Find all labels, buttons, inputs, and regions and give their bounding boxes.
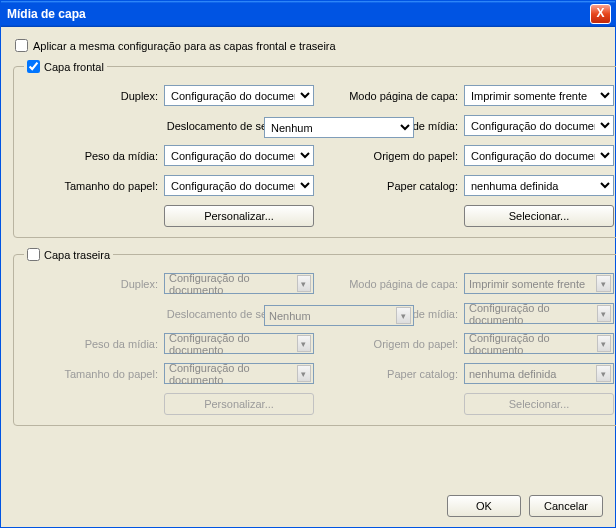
front-paper-catalog-select[interactable]: nenhuma definida xyxy=(464,175,614,196)
back-cover-group: Capa traseira Duplex: Configuração do do… xyxy=(13,248,616,426)
front-cover-legend[interactable]: Capa frontal xyxy=(24,60,107,73)
back-paper-source-label: Origem do papel: xyxy=(344,338,464,350)
front-duplex-label: Duplex: xyxy=(24,90,164,102)
back-select-button: Selecionar... xyxy=(464,393,614,415)
cancel-button[interactable]: Cancelar xyxy=(529,495,603,517)
titlebar: Mídia de capa X xyxy=(1,1,615,27)
apply-same-config-row[interactable]: Aplicar a mesma configuração para as cap… xyxy=(15,39,603,52)
front-page-mode-select[interactable]: Imprimir somente frente xyxy=(464,85,614,106)
front-paper-size-label: Tamanho do papel: xyxy=(24,180,164,192)
front-select-button[interactable]: Selecionar... xyxy=(464,205,614,227)
back-cover-legend-label: Capa traseira xyxy=(44,249,110,261)
back-paper-catalog-label: Paper catalog: xyxy=(344,368,464,380)
chevron-down-icon: ▾ xyxy=(597,305,611,322)
chevron-down-icon: ▾ xyxy=(597,335,611,352)
front-sep-offset-select[interactable]: Nenhum xyxy=(264,117,414,138)
front-duplex-select[interactable]: Configuração do documento xyxy=(164,85,314,106)
dialog-content: Aplicar a mesma configuração para as cap… xyxy=(1,27,615,487)
ok-button[interactable]: OK xyxy=(447,495,521,517)
front-paper-source-select[interactable]: Configuração do documento xyxy=(464,145,614,166)
back-media-weight-select: Configuração do documento▾ xyxy=(164,333,314,354)
back-paper-catalog-select: nenhuma definida▾ xyxy=(464,363,614,384)
back-cover-grid: Duplex: Configuração do documento▾ Modo … xyxy=(24,273,614,384)
back-media-type-select: Configuração do documento▾ xyxy=(464,303,614,324)
front-page-mode-label: Modo página de capa: xyxy=(344,90,464,102)
dialog-title: Mídia de capa xyxy=(7,7,590,21)
chevron-down-icon: ▾ xyxy=(396,307,411,324)
cover-media-dialog: Mídia de capa X Aplicar a mesma configur… xyxy=(0,0,616,528)
front-media-weight-label: Peso da mídia: xyxy=(24,150,164,162)
front-cover-legend-label: Capa frontal xyxy=(44,61,104,73)
dialog-footer: OK Cancelar xyxy=(1,487,615,527)
back-cover-checkbox[interactable] xyxy=(27,248,40,261)
front-media-type-select[interactable]: Configuração do documento xyxy=(464,115,614,136)
apply-same-config-checkbox[interactable] xyxy=(15,39,28,52)
back-media-weight-label: Peso da mídia: xyxy=(24,338,164,350)
back-duplex-select: Configuração do documento▾ xyxy=(164,273,314,294)
back-paper-size-select: Configuração do documento▾ xyxy=(164,363,314,384)
chevron-down-icon: ▾ xyxy=(596,275,611,292)
front-cover-checkbox[interactable] xyxy=(27,60,40,73)
front-button-row: Personalizar... Selecionar... xyxy=(24,205,614,227)
front-cover-group: Capa frontal Duplex: Configuração do doc… xyxy=(13,60,616,238)
chevron-down-icon: ▾ xyxy=(297,365,311,382)
back-paper-size-label: Tamanho do papel: xyxy=(24,368,164,380)
back-duplex-label: Duplex: xyxy=(24,278,164,290)
close-button[interactable]: X xyxy=(590,4,611,24)
back-paper-source-select: Configuração do documento▾ xyxy=(464,333,614,354)
front-media-weight-select[interactable]: Configuração do documento xyxy=(164,145,314,166)
front-paper-catalog-label: Paper catalog: xyxy=(344,180,464,192)
back-sep-offset-select: Nenhum▾ xyxy=(264,305,414,326)
back-cover-legend[interactable]: Capa traseira xyxy=(24,248,113,261)
front-cover-grid: Duplex: Configuração do documento Modo p… xyxy=(24,85,614,196)
front-paper-source-label: Origem do papel: xyxy=(344,150,464,162)
chevron-down-icon: ▾ xyxy=(596,365,611,382)
back-personalize-button: Personalizar... xyxy=(164,393,314,415)
close-icon: X xyxy=(596,6,604,20)
back-button-row: Personalizar... Selecionar... xyxy=(24,393,614,415)
chevron-down-icon: ▾ xyxy=(297,335,311,352)
front-paper-size-select[interactable]: Configuração do documento xyxy=(164,175,314,196)
back-page-mode-label: Modo página de capa: xyxy=(344,278,464,290)
front-personalize-button[interactable]: Personalizar... xyxy=(164,205,314,227)
apply-same-config-label: Aplicar a mesma configuração para as cap… xyxy=(33,40,336,52)
back-page-mode-select: Imprimir somente frente▾ xyxy=(464,273,614,294)
chevron-down-icon: ▾ xyxy=(297,275,311,292)
